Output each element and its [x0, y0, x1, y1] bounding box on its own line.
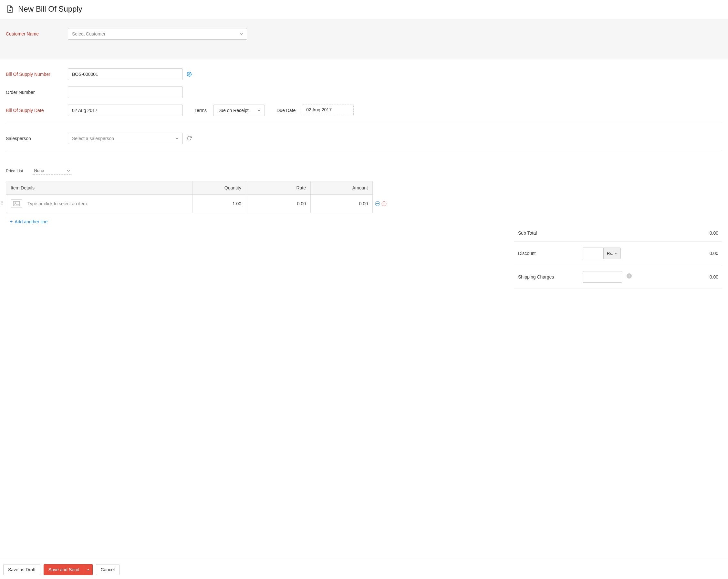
customer-placeholder: Select Customer — [72, 31, 105, 36]
ellipsis-circle-icon — [375, 201, 380, 206]
order-number-input[interactable] — [68, 86, 183, 98]
svg-rect-3 — [14, 202, 20, 206]
salesperson-label: Salesperson — [6, 136, 68, 141]
chevron-down-icon — [240, 32, 243, 35]
refresh-icon — [187, 136, 192, 141]
svg-point-6 — [376, 203, 377, 204]
refresh-salesperson[interactable] — [187, 136, 192, 142]
th-item: Item Details — [6, 182, 192, 194]
terms-value: Due on Receipt — [217, 108, 249, 113]
svg-text:?: ? — [628, 274, 630, 278]
th-amount: Amount — [310, 182, 372, 194]
totals-block: Sub Total 0.00 Discount Rs. 0.00 Shippin… — [514, 225, 722, 289]
svg-marker-12 — [615, 253, 617, 254]
chevron-down-icon — [257, 109, 261, 112]
amount-cell: 0.00 — [310, 195, 372, 213]
terms-select[interactable]: Due on Receipt — [213, 105, 265, 116]
item-cell[interactable]: Type or click to select an item. — [6, 195, 192, 213]
discount-label: Discount — [518, 251, 583, 256]
subtotal-value: 0.00 — [683, 230, 718, 236]
svg-point-7 — [377, 203, 378, 204]
due-date-label: Due Date — [277, 108, 295, 113]
bos-date-label: Bill Of Supply Date — [6, 108, 68, 113]
divider — [6, 122, 722, 123]
help-icon: ? — [627, 273, 632, 278]
item-placeholder: Type or click to select an item. — [27, 201, 88, 206]
salesperson-select[interactable]: Select a salesperson — [68, 133, 183, 144]
bos-number-label: Bill Of Supply Number — [6, 72, 68, 77]
image-placeholder-icon — [11, 199, 22, 208]
discount-currency-label: Rs. — [607, 251, 613, 256]
items-table: Item Details Quantity Rate Amount ⠿⠿ Typ… — [6, 181, 373, 213]
th-qty: Quantity — [192, 182, 246, 194]
add-line-label: Add another line — [15, 219, 48, 224]
bos-date-input[interactable] — [68, 105, 183, 116]
close-circle-icon — [382, 201, 387, 206]
pricelist-select[interactable]: None — [33, 167, 71, 174]
svg-point-2 — [189, 74, 190, 75]
shipping-input[interactable] — [583, 271, 622, 283]
svg-point-4 — [15, 203, 16, 204]
shipping-help[interactable]: ? — [627, 273, 632, 278]
discount-value: 0.00 — [683, 251, 718, 256]
gear-icon — [187, 72, 192, 77]
row-delete-button[interactable] — [382, 201, 387, 206]
terms-label: Terms — [194, 108, 207, 113]
page-title: New Bill Of Supply — [18, 4, 82, 13]
shipping-value: 0.00 — [683, 274, 718, 279]
shipping-label: Shipping Charges — [518, 274, 583, 279]
bos-number-input[interactable] — [68, 68, 183, 80]
qty-cell[interactable]: 1.00 — [192, 195, 246, 213]
pricelist-label: Price List — [6, 168, 23, 173]
discount-input[interactable] — [583, 248, 603, 259]
table-header: Item Details Quantity Rate Amount — [6, 182, 372, 195]
chevron-down-icon — [175, 137, 179, 140]
order-number-label: Order Number — [6, 90, 68, 95]
salesperson-placeholder: Select a salesperson — [72, 136, 114, 141]
rate-cell[interactable]: 0.00 — [246, 195, 310, 213]
pricelist-value: None — [34, 168, 44, 173]
customer-label: Customer Name — [6, 31, 68, 36]
customer-select[interactable]: Select Customer — [68, 28, 247, 40]
due-date-display: 02 Aug 2017 — [302, 105, 354, 116]
chevron-down-icon — [67, 169, 70, 172]
drag-handle[interactable]: ⠿⠿ — [1, 202, 4, 205]
svg-point-8 — [378, 203, 379, 204]
discount-currency-select[interactable]: Rs. — [603, 248, 621, 259]
table-row: ⠿⠿ Type or click to select an item. 1.00… — [6, 195, 372, 213]
row-more-button[interactable] — [375, 201, 380, 206]
plus-icon: + — [10, 219, 12, 225]
caret-down-icon — [615, 252, 617, 255]
add-line-button[interactable]: + Add another line — [10, 219, 48, 225]
bos-number-settings[interactable] — [187, 72, 192, 77]
subtotal-label: Sub Total — [518, 230, 583, 236]
document-icon — [6, 5, 14, 13]
divider — [6, 151, 722, 151]
page-header: New Bill Of Supply — [0, 0, 728, 19]
th-rate: Rate — [246, 182, 310, 194]
